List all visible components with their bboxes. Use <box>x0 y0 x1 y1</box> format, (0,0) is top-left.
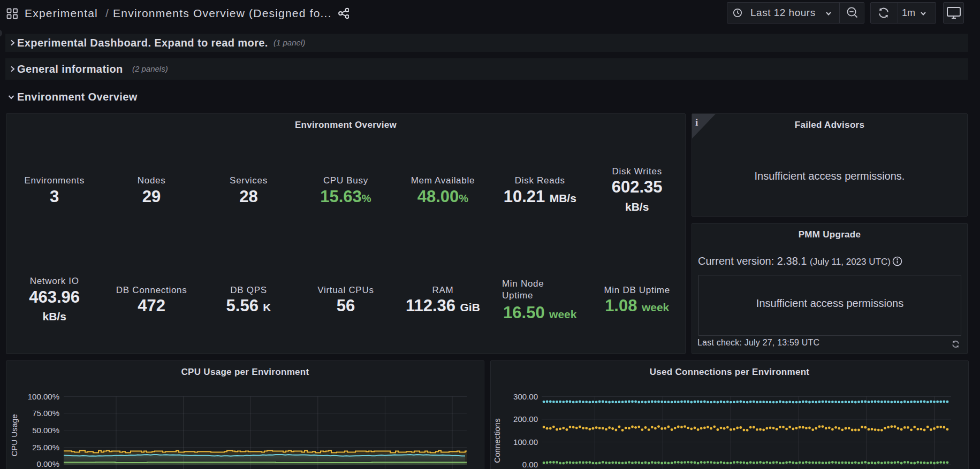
svg-text:50.00%: 50.00% <box>32 426 59 435</box>
svg-text:100.00: 100.00 <box>513 437 538 447</box>
svg-text:CPU Usage: CPU Usage <box>10 414 19 456</box>
svg-text:0.00: 0.00 <box>522 460 538 469</box>
svg-text:100.00%: 100.00% <box>28 392 59 401</box>
svg-text:Connections: Connections <box>492 418 502 463</box>
svg-text:0.00%: 0.00% <box>36 459 59 468</box>
svg-text:200.00: 200.00 <box>513 414 538 424</box>
svg-text:300.00: 300.00 <box>513 392 538 401</box>
svg-text:25.00%: 25.00% <box>32 443 59 452</box>
svg-text:75.00%: 75.00% <box>32 409 59 418</box>
